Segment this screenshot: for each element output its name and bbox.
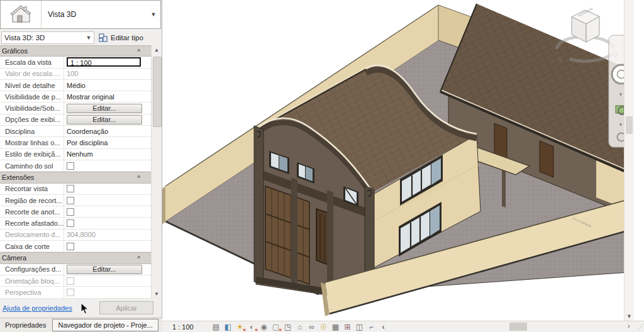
collapse-section-icon[interactable]: ^ [137, 255, 151, 261]
vscroll-down-icon[interactable]: ▼ [625, 313, 634, 319]
locked-3d-view-icon[interactable]: ⌂ [294, 322, 306, 332]
reveal-constraints-icon[interactable]: ⌐ [365, 322, 377, 332]
properties-help-link[interactable]: Ajuda de propriedades [3, 304, 72, 312]
visual-style-icon[interactable]: ◧ [222, 322, 234, 332]
edit-button[interactable]: Editar... [67, 115, 142, 124]
apply-button[interactable]: Aplicar [99, 301, 153, 314]
temporary-hide-isolate-icon[interactable]: ∞ [306, 322, 318, 332]
prop-value-cell [64, 275, 151, 286]
edit-type-button[interactable]: Editar tipo [98, 31, 147, 45]
prop-value-cell: Nenhum [64, 149, 151, 160]
type-selector-dropdown-icon[interactable]: ▼ [147, 11, 160, 18]
prop-value-cell: Por disciplina [64, 137, 151, 148]
section-header-camera[interactable]: Câmera^ [0, 252, 151, 263]
type-selector[interactable]: Vista 3D ▼ [0, 0, 161, 29]
prop-value-cell [64, 287, 151, 297]
prop-row-escala-da-vista: Escala da vista1 : 100 [0, 57, 151, 68]
edit-button[interactable]: Editar... [67, 104, 142, 113]
prop-value-text[interactable]: Coordenação [67, 128, 108, 135]
scroll-down-icon[interactable]: ▼ [152, 289, 162, 299]
resize-grip[interactable]: ⋰ [638, 323, 643, 330]
prop-value-text[interactable]: Por disciplina [67, 139, 108, 147]
prop-row-deslocamento-d: Deslocamento d...304,8000 [0, 230, 151, 241]
navbar-chevron-2[interactable]: ▼ [618, 122, 623, 128]
view-scale-button[interactable]: 1 : 100 [172, 323, 201, 331]
prop-value-cell: Mostrar original [64, 91, 151, 102]
prop-checkbox[interactable] [67, 162, 74, 170]
crop-region-visibility-icon[interactable]: ◳ [282, 322, 294, 332]
prop-row-recortar-vista: Recortar vista [0, 184, 151, 195]
prop-label: Disciplina [0, 126, 64, 136]
prop-value-cell: Coordenação [64, 126, 151, 136]
prop-checkbox[interactable] [67, 185, 74, 192]
navbar-chevron-1[interactable]: ▼ [618, 92, 623, 97]
displacement-sets-icon[interactable]: ◫ [353, 322, 365, 332]
section-title: Extensões [0, 174, 137, 181]
type-thumbnail [1, 1, 42, 28]
mouse-cursor [80, 302, 89, 315]
view-control-bar: 1 : 100 ▤◧☀×◐×◉▢×◳⌂∞☉▦⊞◫⌐‹ › ⋰ [162, 321, 644, 332]
chevron-down-icon: ▼ [84, 35, 94, 41]
section-header-extensoes[interactable]: Extensões^ [0, 172, 151, 183]
prop-checkbox[interactable] [67, 197, 74, 204]
prop-value-cell [64, 206, 151, 217]
drawing-area[interactable]: S O SUPERIOR POSTERIOR DIREITA × ▼ [162, 0, 634, 321]
view-instance-combobox[interactable]: Vista 3D: 3D ▼ [1, 31, 94, 44]
detail-level-icon[interactable]: ▤ [210, 322, 222, 332]
prop-value-text: 100 [67, 70, 78, 77]
prop-label: Escala da vista [0, 57, 64, 67]
prop-row-recorte-afastado: Recorte afastado... [0, 218, 151, 229]
prop-checkbox[interactable] [67, 243, 74, 250]
hscroll-right-icon[interactable]: › [628, 322, 630, 329]
prop-value-cell: Editar... [64, 114, 151, 125]
palette-footer: Ajuda de propriedades Aplicar [0, 299, 161, 318]
house-3d-icon [9, 4, 33, 25]
scroll-up-icon[interactable]: ▲ [152, 45, 162, 55]
tab-propriedades[interactable]: Propriedades [0, 318, 51, 332]
collapse-section-icon[interactable]: ^ [137, 48, 151, 54]
prop-label: Nível de detalhe [0, 80, 64, 91]
type-selector-label: Vista 3D [42, 10, 147, 19]
rendering-dialog-icon[interactable]: ◉ [258, 322, 270, 332]
prop-value-text[interactable]: Mostrar original [67, 93, 114, 101]
palette-scrollbar-thumb[interactable] [153, 57, 162, 127]
prop-value-text[interactable]: Médio [67, 82, 86, 89]
prop-value-cell [64, 160, 151, 171]
section-title: Câmera [0, 254, 137, 262]
prop-value-cell [64, 184, 151, 194]
collapse-bar-icon[interactable]: ‹ [377, 322, 389, 332]
vscroll-thumb[interactable] [626, 116, 633, 134]
edit-type-label: Editar tipo [108, 34, 146, 42]
analytical-model-icon[interactable]: ⊞ [341, 322, 353, 332]
hscroll-thumb[interactable] [509, 323, 527, 331]
section-title: Gráficos [0, 47, 137, 55]
prop-value-cell: Editar... [64, 102, 151, 113]
prop-checkbox[interactable] [67, 208, 74, 216]
prop-value-text[interactable]: Nenhum [67, 150, 93, 158]
palette-scrollbar[interactable]: ▲ ▼ [151, 45, 162, 299]
property-grid: Gráficos^Escala da vista1 : 100Valor de … [0, 45, 151, 299]
prop-checkbox[interactable] [67, 219, 74, 227]
prop-label: Orientação bloq... [0, 275, 64, 286]
collapse-section-icon[interactable]: ^ [137, 174, 151, 180]
section-header-graficos[interactable]: Gráficos^ [0, 45, 151, 57]
prop-label: Perspectiva [0, 287, 64, 297]
prop-value-input[interactable]: 1 : 100 [67, 57, 141, 67]
reveal-hidden-elements-icon[interactable]: ☉ [318, 322, 330, 332]
shadows-icon[interactable]: ◐× [246, 322, 258, 332]
prop-label: Opções de exibi... [0, 114, 64, 125]
tab-navegador-de-projeto[interactable]: Navegador de projeto - Proje... [52, 319, 158, 331]
sun-path-icon[interactable]: ☀× [234, 322, 246, 332]
prop-label: Valor de escala ... [0, 69, 64, 79]
prop-row-perspectiva: Perspectiva [0, 287, 151, 298]
prop-label: Estilo de exibiçã... [0, 149, 64, 160]
temporary-view-properties-icon[interactable]: ▦ [330, 322, 341, 332]
prop-row-caminho-do-sol: Caminho do sol [0, 160, 151, 172]
canvas-vertical-scrollbar[interactable]: ▼ [624, 0, 634, 321]
prop-label: Configurações d... [0, 264, 64, 275]
prop-label: Caixa de corte [0, 241, 64, 252]
prop-row-opcoes-de-exibi: Opções de exibi...Editar... [0, 114, 151, 126]
crop-view-icon[interactable]: ▢× [270, 322, 282, 332]
edit-button[interactable]: Editar... [67, 265, 142, 274]
properties-palette: Vista 3D ▼ Vista 3D: 3D ▼ Editar tipo Gr… [0, 0, 162, 332]
